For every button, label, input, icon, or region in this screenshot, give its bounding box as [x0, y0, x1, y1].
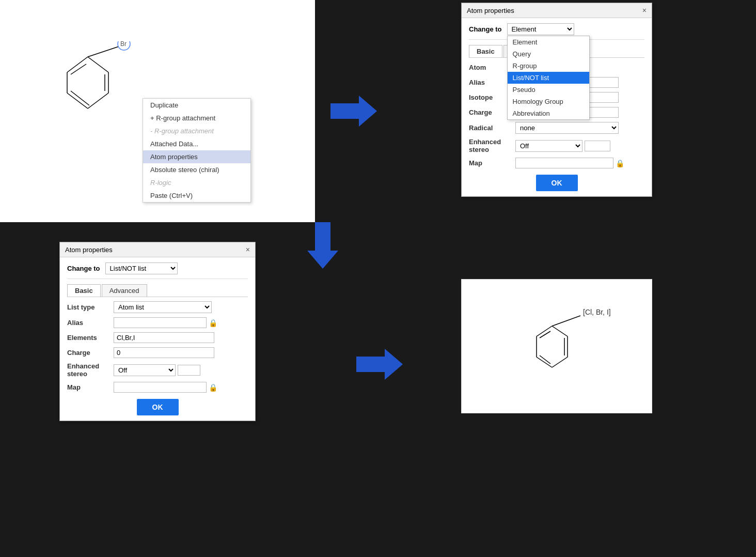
dialog-title-bar-top: Atom properties ×	[462, 3, 652, 18]
tab-basic-top[interactable]: Basic	[469, 45, 502, 57]
enhanced-stereo-select-bottom[interactable]: Off	[114, 364, 176, 376]
enhanced-stereo-row-bottom: Enhancedstereo Off	[67, 362, 248, 378]
radical-row: Radical none	[469, 122, 644, 134]
map-row-bottom: Map 🔒	[67, 382, 248, 393]
tab-advanced-bottom[interactable]: Advanced	[102, 284, 147, 297]
enhanced-stereo-input-bottom[interactable]	[178, 365, 200, 376]
enhanced-stereo-input-top[interactable]	[585, 141, 610, 151]
result-panel: [Cl, Br, I]	[461, 279, 652, 413]
enhanced-stereo-row-top: Enhancedstereo Off	[469, 138, 644, 153]
atom-properties-dialog-top: Atom properties × Change to Element Elem…	[461, 3, 652, 197]
elements-row: Elements	[67, 332, 248, 343]
map-lock-bottom: 🔒	[209, 383, 217, 392]
dropdown-query[interactable]: Query	[508, 48, 589, 60]
change-to-row: Change to Element Element Query R-group …	[469, 23, 644, 40]
radical-select[interactable]: none	[515, 122, 619, 134]
menu-item-rlogic: R-logic	[143, 176, 250, 189]
elements-label: Elements	[67, 334, 114, 342]
menu-item-attached-data[interactable]: Attached Data...	[143, 137, 250, 150]
svg-marker-13	[307, 222, 338, 269]
svg-line-4	[67, 93, 88, 109]
menu-item-atom-properties[interactable]: Atom properties	[143, 150, 250, 163]
svg-line-6	[71, 64, 86, 74]
alias-lock-bottom: 🔒	[209, 319, 217, 327]
ok-row-top: OK	[469, 175, 644, 191]
atom-properties-dialog-bottom: Atom properties × Change to List/NOT lis…	[59, 242, 256, 421]
svg-text:Br: Br	[120, 41, 127, 48]
list-type-label: List type	[67, 303, 114, 311]
ok-button-top[interactable]: OK	[536, 175, 578, 191]
svg-line-1	[88, 57, 108, 72]
enhanced-stereo-select-top[interactable]: Off	[515, 140, 582, 152]
elements-input[interactable]	[114, 332, 214, 343]
svg-line-9	[88, 47, 119, 57]
arrow-1	[330, 93, 377, 129]
map-label-top: Map	[469, 159, 515, 167]
change-to-dropdown: Element Query R-group List/NOT list Pseu…	[507, 36, 590, 120]
charge-label-bottom: Charge	[67, 349, 114, 357]
arrow-3	[356, 346, 403, 382]
dialog-title-bar-bottom: Atom properties ×	[60, 242, 255, 257]
menu-item-remove-rgroup: - R-group attachment	[143, 125, 250, 137]
map-label-bottom: Map	[67, 383, 114, 391]
ok-row-bottom: OK	[67, 399, 248, 415]
dialog-title-bottom: Atom properties	[65, 246, 113, 254]
svg-line-3	[88, 93, 108, 109]
dropdown-pseudo[interactable]: Pseudo	[508, 84, 589, 96]
menu-item-add-rgroup[interactable]: + R-group attachment	[143, 112, 250, 125]
dropdown-list-not-list[interactable]: List/NOT list	[508, 72, 589, 84]
change-to-row-bottom: Change to List/NOT list	[67, 262, 248, 279]
dialog-body-bottom: Change to List/NOT list Basic Advanced L…	[60, 257, 255, 421]
dialog-close-bottom[interactable]: ×	[246, 245, 250, 254]
alias-input-bottom[interactable]	[114, 317, 207, 328]
svg-text:[Cl, Br, I]: [Cl, Br, I]	[583, 308, 611, 316]
result-molecule-svg: [Cl, Br, I]	[462, 280, 653, 414]
alias-row-bottom: Alias 🔒	[67, 317, 248, 328]
context-menu: Duplicate + R-group attachment - R-group…	[143, 98, 251, 203]
svg-line-18	[552, 357, 568, 367]
molecule-area: Br Duplicate + R-group attachment - R-gr…	[0, 0, 315, 222]
molecule-svg: Br	[15, 41, 160, 165]
alias-label-bottom: Alias	[67, 319, 114, 327]
map-lock-top: 🔒	[616, 159, 624, 167]
tabs-row-bottom: Basic Advanced	[67, 284, 248, 297]
ok-button-bottom[interactable]: OK	[137, 399, 179, 415]
svg-line-16	[552, 326, 568, 336]
list-type-select[interactable]: Atom list	[114, 301, 212, 313]
svg-line-21	[540, 331, 550, 338]
map-row-top: Map 🔒	[469, 158, 644, 168]
change-to-label: Change to	[469, 25, 502, 33]
radical-label: Radical	[469, 124, 515, 132]
change-to-select-bottom[interactable]: List/NOT list	[105, 262, 178, 274]
charge-input-bottom[interactable]	[114, 347, 214, 358]
enhanced-stereo-label-top: Enhancedstereo	[469, 138, 515, 153]
tab-basic-bottom[interactable]: Basic	[67, 284, 101, 297]
dropdown-element[interactable]: Element	[508, 36, 589, 48]
dialog-body-top: Change to Element Element Query R-group …	[462, 18, 652, 196]
arrow-2	[300, 222, 346, 269]
dialog-title-top: Atom properties	[467, 7, 514, 14]
menu-item-paste[interactable]: Paste (Ctrl+V)	[143, 189, 250, 202]
charge-row-bottom: Charge	[67, 347, 248, 358]
map-input-top[interactable]	[515, 158, 613, 168]
menu-item-absolute-stereo[interactable]: Absolute stereo (chiral)	[143, 163, 250, 176]
map-input-bottom[interactable]	[114, 382, 207, 393]
menu-item-duplicate[interactable]: Duplicate	[143, 99, 250, 112]
change-to-select[interactable]: Element	[507, 23, 574, 35]
dialog-close-top[interactable]: ×	[642, 6, 647, 14]
svg-marker-12	[330, 96, 377, 127]
dropdown-abbreviation[interactable]: Abbreviation	[508, 107, 589, 119]
top-left-panel: Br Duplicate + R-group attachment - R-gr…	[0, 0, 315, 222]
svg-line-24	[552, 316, 580, 326]
list-type-row: List type Atom list	[67, 301, 248, 313]
change-to-label-bottom: Change to	[67, 265, 100, 272]
svg-marker-14	[356, 349, 403, 380]
dropdown-rgroup[interactable]: R-group	[508, 60, 589, 72]
enhanced-stereo-label-bottom: Enhancedstereo	[67, 362, 114, 378]
change-to-select-wrapper: Element Element Query R-group List/NOT l…	[507, 23, 574, 35]
dropdown-homology[interactable]: Homology Group	[508, 96, 589, 107]
